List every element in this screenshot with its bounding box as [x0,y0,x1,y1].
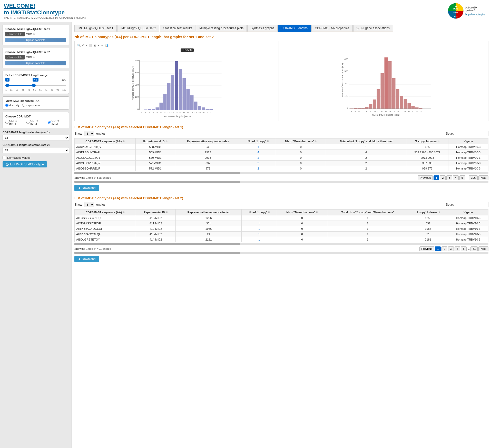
table1-show-select[interactable]: 5 [84,131,94,136]
tab-cdr-lengths[interactable]: CDR-IMGT lengths [278,25,311,32]
tab-set2[interactable]: IMGT/HighV.QUEST set 2 [117,25,160,32]
range-slider[interactable] [5,83,66,88]
view-expression-radio[interactable] [22,104,25,107]
tab-stats[interactable]: Statistical test results [160,25,195,32]
table2-section: List of IMGT clonotypes (AA) with select… [74,196,488,262]
table2-page-5[interactable]: 5 [461,246,467,251]
svg-rect-74 [385,57,388,109]
table2-scrollbar-bottom[interactable] [74,252,488,254]
cdr3-set2-select[interactable]: 13 [3,147,69,153]
svg-text:17: 17 [191,112,193,114]
normalized-row: Normalized values [3,156,69,159]
table1-sort-more[interactable]: ⇅ [315,140,317,143]
chart1-box-icon[interactable]: ⬜ [89,44,92,47]
table2-sort-more[interactable]: ⇅ [316,211,318,214]
svg-text:8: 8 [156,112,158,114]
table-cell: 969 972 [406,166,448,171]
svg-text:8: 8 [366,110,367,113]
chart1-cross-icon[interactable]: ✕ [97,44,100,47]
set1-choose-btn[interactable]: Choose File [5,32,25,36]
table1-sort-indexes[interactable]: ⇅ [437,140,439,143]
cdr3-set1-select[interactable]: 13 [3,135,69,141]
view-expression-label: expression [26,104,40,107]
table1-prev-btn[interactable]: Previous [418,175,433,180]
table-cell: AIEGSSSGSYNEQF [75,215,136,221]
table1-pagination: Previous 1 2 3 4 5 ... 106 Next [418,175,488,180]
cdr1-radio[interactable] [5,121,8,124]
tab-multiple[interactable]: Multiple testing procedures plots [196,25,247,32]
table1-page-106[interactable]: 106 [469,175,478,180]
table2-page-3[interactable]: 3 [448,246,454,251]
chart1-pan-icon[interactable]: ↔ [101,44,104,47]
cdr3-radio[interactable] [48,121,51,124]
table1-page-4[interactable]: 4 [453,175,459,180]
table-cell: 2181 [176,237,242,242]
table1-sort-1copy[interactable]: ⇅ [267,140,269,143]
range-slider-left-thumb[interactable] [5,84,9,87]
range-slider-right-thumb[interactable] [32,84,36,87]
table1-download-btn[interactable]: ⬇ Download [74,185,99,191]
svg-text:300: 300 [135,71,139,74]
tab-synthesis[interactable]: Synthesis graphs [247,25,278,32]
table-row: AISDSSQHRRELF572-MID1972202969 972Homsap… [75,166,488,171]
table2-download-btn[interactable]: ⬇ Download [74,256,99,262]
tab-set1[interactable]: IMGT/HighV.QUEST set 1 [74,25,117,32]
table2-sort-1copy[interactable]: ⇅ [268,211,270,214]
table1-sort-expid[interactable]: ⇅ [165,140,168,143]
svg-text:Muno: Muno [453,8,458,10]
cdr2-radio[interactable] [26,121,30,124]
table-cell: 2 [241,155,276,161]
table1-page-5[interactable]: 5 [459,175,465,180]
chart1-plus-icon[interactable]: + [86,44,87,47]
svg-text:200: 200 [344,82,348,85]
table-cell: 1986 [176,226,242,232]
table2-sort-indexes[interactable]: ⇅ [438,211,440,214]
tab-cdr-aa[interactable]: CDR-IMGT AA properties [311,25,352,32]
svg-text:9: 9 [160,112,162,114]
table2-scroll: CDR3-IMGT sequence (AA) ⇅ Experimental I… [74,209,488,242]
table1-page-1[interactable]: 1 [434,175,439,180]
view-diversity-radio[interactable] [5,104,8,107]
table2-page-2[interactable]: 2 [441,246,447,251]
chart1-zoom-icon[interactable]: 🔍 [77,44,81,47]
table-cell: 635 [175,144,241,150]
table-cell: 2 [241,161,276,166]
table2-page-1[interactable]: 1 [435,246,441,251]
normalized-checkbox[interactable] [3,156,6,159]
chart1-bar-icon[interactable]: 📊 [105,44,109,47]
table-cell: AARPLAGVGNTQY [75,144,136,150]
table1-search-input[interactable] [458,131,488,136]
table-cell: AISDSSQHRRELF [75,166,136,171]
table1-scrollbar-bottom[interactable] [74,181,488,183]
table2-page-81[interactable]: 81 [470,246,478,251]
table1-scrollbar[interactable] [74,172,488,174]
exit-btn[interactable]: ⏻ Exit IMGT/StatClonotype [3,161,47,167]
table1-sort-cdr3[interactable]: ⇅ [123,140,125,143]
view-expression-item: expression [22,104,40,107]
table1-next-btn[interactable]: Next [478,175,488,180]
svg-rect-26 [183,78,186,110]
table-row: AIRPRRAGYDGEQF412-MID219861011986Homsap … [75,226,488,232]
set2-choose-btn[interactable]: Choose File [5,55,25,59]
tab-vdj[interactable]: V-D-J gene associations [353,25,393,32]
table2-sort-cdr3[interactable]: ⇅ [123,211,125,214]
table2-show-select[interactable]: 5 [84,202,94,207]
table2-scrollbar[interactable] [74,243,488,245]
table2-pagination: Previous 1 2 3 4 5 ... 81 Next [419,246,488,251]
svg-rect-80 [408,103,411,109]
chart1-reset-icon[interactable]: ↺ [82,44,84,47]
table1-page-2[interactable]: 2 [440,175,446,180]
table2-page-4[interactable]: 4 [455,246,460,251]
table1-page-3[interactable]: 3 [446,175,452,180]
table-cell: 1 [241,226,277,232]
chart1-select-icon[interactable]: ▣ [93,44,96,47]
table2-sort-expid[interactable]: ⇅ [166,211,168,214]
table2-search-input[interactable] [458,202,488,207]
sidebar: Choose IMGT/HighV.QUEST set 1 Choose Fil… [0,22,72,448]
view-radio-row: diversity expression [5,104,66,107]
table2-prev-btn[interactable]: Previous [419,246,435,251]
table-cell: 1256 [408,215,448,221]
table-cell: 410-MID2 [136,215,176,221]
table2-next-btn[interactable]: Next [478,246,488,251]
svg-text:7: 7 [362,110,364,113]
